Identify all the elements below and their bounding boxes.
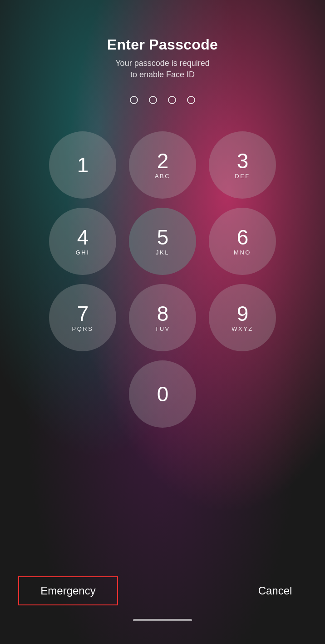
key-0[interactable]: 0 bbox=[129, 360, 196, 428]
home-indicator bbox=[133, 619, 192, 621]
keypad-row-3: 7 PQRS 8 TUV 9 WXYZ bbox=[49, 284, 276, 351]
key-4-number: 4 bbox=[77, 227, 89, 248]
key-1[interactable]: 1 bbox=[49, 131, 116, 199]
key-7[interactable]: 7 PQRS bbox=[49, 284, 116, 351]
key-9[interactable]: 9 WXYZ bbox=[209, 284, 276, 351]
keypad: 1 2 ABC 3 DEF 4 GHI 5 JKL 6 MNO bbox=[49, 131, 276, 428]
bottom-buttons: Emergency Cancel bbox=[0, 576, 325, 605]
key-5-letters: JKL bbox=[156, 249, 169, 256]
keypad-row-4: 0 bbox=[129, 360, 196, 428]
keypad-row-1: 1 2 ABC 3 DEF bbox=[49, 131, 276, 199]
page-title: Enter Passcode bbox=[107, 36, 218, 53]
key-4-letters: GHI bbox=[76, 249, 90, 256]
passcode-dot-3 bbox=[168, 96, 176, 104]
key-8[interactable]: 8 TUV bbox=[129, 284, 196, 351]
key-3-number: 3 bbox=[237, 150, 248, 171]
key-6-number: 6 bbox=[237, 227, 248, 248]
key-8-number: 8 bbox=[157, 303, 168, 324]
key-4[interactable]: 4 GHI bbox=[49, 208, 116, 275]
key-2-number: 2 bbox=[157, 150, 168, 171]
key-5-number: 5 bbox=[157, 227, 168, 248]
keypad-row-2: 4 GHI 5 JKL 6 MNO bbox=[49, 208, 276, 275]
bottom-area: Emergency Cancel bbox=[0, 576, 325, 644]
key-3-letters: DEF bbox=[235, 173, 250, 180]
emergency-button[interactable]: Emergency bbox=[18, 576, 118, 605]
key-3[interactable]: 3 DEF bbox=[209, 131, 276, 199]
key-6-letters: MNO bbox=[234, 249, 251, 256]
key-2[interactable]: 2 ABC bbox=[129, 131, 196, 199]
key-8-letters: TUV bbox=[155, 325, 170, 332]
key-7-number: 7 bbox=[77, 303, 89, 324]
key-6[interactable]: 6 MNO bbox=[209, 208, 276, 275]
key-2-letters: ABC bbox=[155, 173, 170, 180]
passcode-dot-4 bbox=[187, 96, 195, 104]
phone-container: Enter Passcode Your passcode is required… bbox=[0, 0, 325, 644]
passcode-dot-1 bbox=[130, 96, 138, 104]
key-7-letters: PQRS bbox=[72, 325, 94, 332]
key-1-number: 1 bbox=[77, 155, 89, 175]
passcode-dots bbox=[130, 96, 195, 104]
passcode-dot-2 bbox=[149, 96, 157, 104]
key-9-number: 9 bbox=[237, 303, 248, 324]
cancel-button[interactable]: Cancel bbox=[243, 577, 307, 604]
key-0-number: 0 bbox=[157, 384, 168, 404]
page-subtitle: Your passcode is requiredto enable Face … bbox=[115, 58, 209, 80]
header: Enter Passcode Your passcode is required… bbox=[0, 0, 325, 104]
key-9-letters: WXYZ bbox=[231, 325, 253, 332]
key-5[interactable]: 5 JKL bbox=[129, 208, 196, 275]
